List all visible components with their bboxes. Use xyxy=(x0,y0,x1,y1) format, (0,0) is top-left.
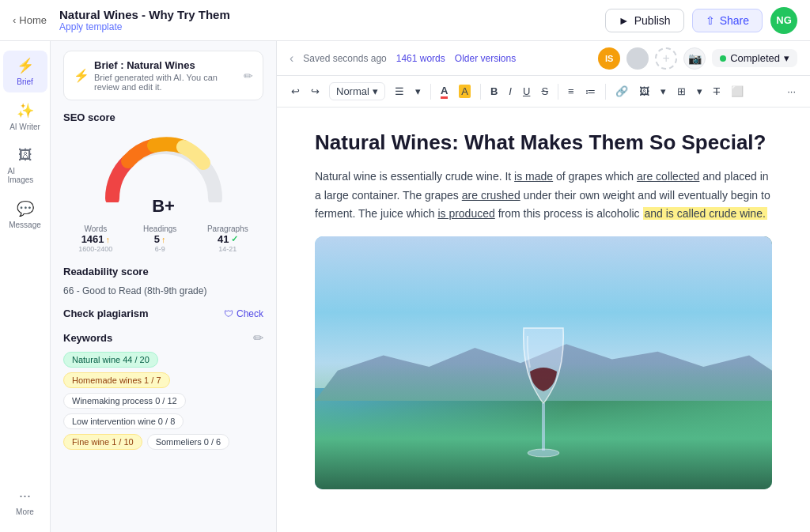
paragraphs-range: 14-21 xyxy=(207,245,248,253)
older-versions-link[interactable]: Older versions xyxy=(455,53,516,64)
words-value: 1461 ↑ xyxy=(78,233,112,245)
image-button[interactable]: 🖼 xyxy=(634,82,654,100)
completed-chevron: ▾ xyxy=(784,52,789,64)
top-nav: ‹ Home Natural Wines - Why Try Them Appl… xyxy=(0,0,810,41)
paragraphs-value: 41 ✓ xyxy=(207,233,248,245)
sidebar-icons: ⚡ Brief ✨ AI Writer 🖼 AI Images 💬 Messag… xyxy=(0,41,51,532)
sidebar-item-ai-images[interactable]: 🖼 AI Images xyxy=(3,141,47,191)
undo-button[interactable]: ↩ xyxy=(286,82,305,100)
bold-button[interactable]: B xyxy=(486,82,502,100)
format-toolbar: ↩ ↪ Normal ▾ ☰ ▾ A A B I U S ≡ ≔ 🔗 🖼 ▾ ⊞ xyxy=(277,76,810,108)
format-chevron-button[interactable]: ⬜ xyxy=(726,82,748,100)
image-chevron-button[interactable]: ▾ xyxy=(656,82,671,100)
italic-button[interactable]: I xyxy=(504,82,517,100)
keyword-low-intervention[interactable]: Low intervention wine 0 / 8 xyxy=(63,413,184,429)
editor-topbar: ‹ Saved seconds ago 1461 words Older ver… xyxy=(277,41,810,76)
brief-edit-icon[interactable]: ✏ xyxy=(244,70,253,82)
link-button[interactable]: 🔗 xyxy=(611,82,633,100)
article-image xyxy=(315,236,772,489)
article-title[interactable]: Natural Wines: What Makes Them So Specia… xyxy=(315,130,772,157)
strikethrough-button[interactable]: S xyxy=(536,82,553,100)
plagiarism-title: Check plagiarism xyxy=(63,308,149,319)
numbered-list-button[interactable]: ≔ xyxy=(581,82,600,100)
keywords-title: Keywords xyxy=(63,332,112,344)
keyword-homemade-wines[interactable]: Homemade wines 1 / 7 xyxy=(63,372,170,388)
text-color-button[interactable]: A xyxy=(436,81,452,102)
wine-glass-image xyxy=(516,320,571,474)
plagiarism-section: Check plagiarism 🛡 Check xyxy=(63,308,263,319)
keyword-sommeliers[interactable]: Sommeliers 0 / 6 xyxy=(147,434,230,450)
readability-value: 66 - Good to Read (8th-9th grade) xyxy=(63,285,263,296)
seo-panel: ⚡ Brief : Natural Wines Brief generated … xyxy=(51,41,277,532)
topbar-right: IS + 📷 Completed ▾ xyxy=(598,47,797,70)
sidebar-item-ai-writer[interactable]: ✨ AI Writer xyxy=(3,96,47,138)
doc-title[interactable]: Natural Wines - Why Try Them xyxy=(59,8,230,21)
keyword-natural-wine[interactable]: Natural wine 44 / 20 xyxy=(63,352,158,368)
brief-subtitle: Brief generated with AI. You can review … xyxy=(94,73,239,92)
keywords-edit-icon[interactable]: ✏ xyxy=(253,330,263,345)
sidebar-label-message: Message xyxy=(9,221,41,229)
readability-section: Readability score 66 - Good to Read (8th… xyxy=(63,266,263,296)
home-link[interactable]: ‹ Home xyxy=(13,14,47,26)
collaborator-avatar-is: IS xyxy=(598,47,620,70)
article-body[interactable]: Natural wine is essentially crude wine. … xyxy=(315,168,772,224)
sidebar-item-more[interactable]: ··· More xyxy=(3,481,47,523)
highlight-icon: A xyxy=(459,85,471,98)
apply-template-link[interactable]: Apply template xyxy=(59,21,230,32)
publish-button[interactable]: ► Publish xyxy=(605,9,684,32)
body-link-are-crushed: are crushed xyxy=(462,189,520,202)
collapse-panel-button[interactable]: ‹ xyxy=(290,51,293,66)
share-icon: ⇧ xyxy=(706,14,715,27)
more-toolbar-button[interactable]: ··· xyxy=(782,82,801,100)
words-label: Words xyxy=(78,224,112,233)
completed-badge[interactable]: Completed ▾ xyxy=(712,49,797,67)
camera-button[interactable]: 📷 xyxy=(683,47,706,70)
sidebar-item-message[interactable]: 💬 Message xyxy=(3,194,47,236)
align-chevron-button[interactable]: ▾ xyxy=(411,82,426,100)
bullet-list-button[interactable]: ≡ xyxy=(563,82,579,100)
body-text-2: of grapes which xyxy=(553,170,637,183)
underline-button[interactable]: U xyxy=(518,82,535,100)
keyword-fine-wine[interactable]: Fine wine 1 / 10 xyxy=(63,434,142,450)
align-button[interactable]: ☰ xyxy=(390,82,409,100)
body-highlight: and is called crude wine. xyxy=(643,207,767,220)
words-number: 1461 xyxy=(81,233,104,245)
completed-dot xyxy=(720,55,726,62)
headings-number: 5 xyxy=(154,233,160,245)
sidebar-label-ai-images: AI Images xyxy=(8,167,43,184)
check-plagiarism-button[interactable]: 🛡 Check xyxy=(224,308,263,319)
paragraph-style-label: Normal xyxy=(336,85,369,97)
readability-title: Readability score xyxy=(63,266,263,277)
check-label: Check xyxy=(237,308,263,319)
user-avatar[interactable]: NG xyxy=(770,7,797,34)
gauge-chart: B+ xyxy=(63,131,263,217)
word-count: 1461 words xyxy=(396,53,445,64)
toolbar-separator-3 xyxy=(558,84,558,100)
share-button[interactable]: ⇧ Share xyxy=(692,9,763,32)
keyword-tags: Natural wine 44 / 20 Homemade wines 1 / … xyxy=(63,352,263,450)
add-collaborator-button[interactable]: + xyxy=(655,47,677,70)
ai-images-icon: 🖼 xyxy=(18,147,32,164)
stat-words: Words 1461 ↑ 1600-2400 xyxy=(78,224,112,253)
highlight-button[interactable]: A xyxy=(454,81,475,101)
table-button[interactable]: ⊞ xyxy=(672,82,691,100)
shield-icon: 🛡 xyxy=(224,308,233,319)
body-text-1: Natural wine is essentially crude wine. … xyxy=(315,170,514,183)
paragraph-style-select[interactable]: Normal ▾ xyxy=(329,82,385,100)
keyword-winemaking[interactable]: Winemaking process 0 / 12 xyxy=(63,393,186,409)
table-chevron-button[interactable]: ▾ xyxy=(692,82,707,100)
keywords-header: Keywords ✏ xyxy=(63,330,263,345)
body-link-is-made: is made xyxy=(514,170,553,183)
redo-button[interactable]: ↪ xyxy=(306,82,324,100)
nav-left: ‹ Home Natural Wines - Why Try Them Appl… xyxy=(13,8,230,32)
saved-status: Saved seconds ago xyxy=(303,53,386,64)
sidebar-label-more: More xyxy=(16,507,34,516)
clear-format-button[interactable]: T̶ xyxy=(709,82,725,100)
completed-label: Completed xyxy=(730,52,780,64)
paragraphs-number: 41 xyxy=(218,233,229,245)
paragraphs-label: Paragraphs xyxy=(207,224,248,233)
keywords-section: Keywords ✏ Natural wine 44 / 20 Homemade… xyxy=(63,330,263,450)
editor-content[interactable]: Natural Wines: What Makes Them So Specia… xyxy=(277,108,810,532)
sidebar-item-brief[interactable]: ⚡ Brief xyxy=(3,51,47,92)
svg-point-1 xyxy=(528,449,559,457)
